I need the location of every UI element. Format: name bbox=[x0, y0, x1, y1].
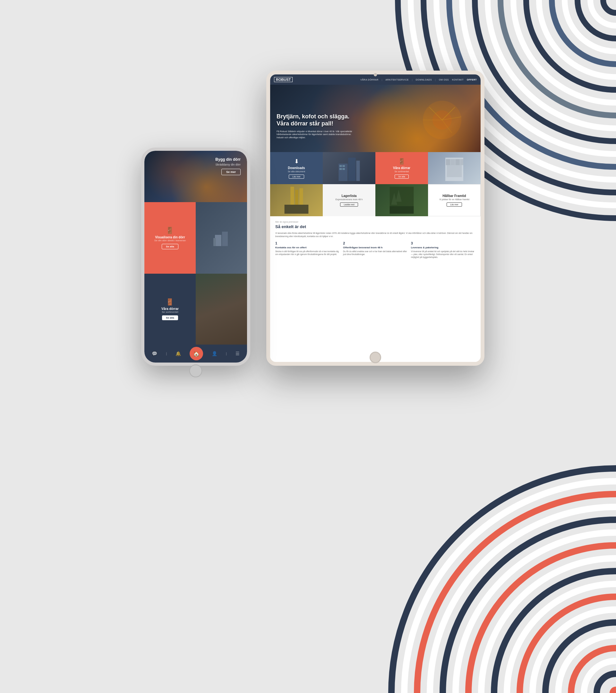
tablet-hero: Brytjärn, kofot och slägga. Våra dörrar … bbox=[270, 85, 481, 152]
tablet-step-3-number: 3 bbox=[411, 241, 475, 245]
phone-nav-bell-icon[interactable]: 🔔 bbox=[176, 351, 181, 356]
tablet-yellow-pipes-svg bbox=[284, 187, 309, 214]
phone-card-interior bbox=[196, 274, 247, 344]
tablet-card-glass-building bbox=[323, 152, 375, 184]
phone-doors-icon: 🚪 bbox=[166, 298, 174, 306]
svg-rect-50 bbox=[339, 168, 342, 170]
tablet-hero-h1-line2: Våra dörrar står pall! bbox=[277, 120, 357, 127]
phone-card-doors-content: 🚪 Våra dörrar Se sortimentet Se alla bbox=[161, 298, 179, 320]
tablet-card-forest bbox=[375, 184, 428, 216]
tablet-step-3-text: Vi levererar till på avtalat tid och spe… bbox=[411, 250, 475, 259]
svg-rect-49 bbox=[342, 165, 344, 167]
phone-nav-menu-icon[interactable]: ☰ bbox=[236, 351, 240, 356]
phone-physical-home-button[interactable] bbox=[189, 364, 202, 377]
tablet-logo[interactable]: ROBUST bbox=[274, 77, 293, 82]
phone-interior-overlay bbox=[196, 274, 247, 344]
tablet-nav-downloads[interactable]: DOWNLOADS bbox=[416, 79, 432, 81]
phone-device: Bygg din dörr Skräddarsy din dörr Se mer… bbox=[141, 147, 250, 366]
devices-container: Bygg din dörr Skräddarsy din dörr Se mer… bbox=[132, 58, 484, 635]
content-wrapper: Bygg din dörr Skräddarsy din dörr Se mer… bbox=[0, 0, 616, 693]
svg-rect-54 bbox=[446, 159, 450, 165]
phone-nav-home-button[interactable]: 🏠 bbox=[190, 347, 203, 360]
tablet-card-yellow-pipes bbox=[270, 184, 323, 216]
svg-rect-51 bbox=[342, 168, 344, 170]
phone-card-doors-subtitle: Se sortimentet bbox=[162, 311, 178, 314]
phone-building-svg bbox=[212, 229, 231, 248]
tablet-lower-section: Mer än egna premisser Så enkelt är det V… bbox=[270, 216, 481, 362]
tablet-step-2-title: Offertfrågan besvarad inom 48 h bbox=[343, 246, 408, 249]
tablet-forest-svg bbox=[389, 187, 415, 214]
phone-card-doors[interactable]: 🚪 Våra dörrar Se sortimentet Se alla bbox=[144, 274, 196, 344]
tablet-step-3-title: Leverans & paketering bbox=[411, 246, 475, 249]
phone-hero-content: Bygg din dörr Skräddarsy din dörr Se mer bbox=[215, 157, 241, 175]
tablet-screen: ROBUST VÅRA DÖRRAR | ARKITEKTSERVICE | D… bbox=[270, 75, 481, 362]
tablet-home-button[interactable] bbox=[370, 352, 381, 363]
tablet-nav-arkitekt[interactable]: ARKITEKTSERVICE bbox=[386, 79, 409, 81]
phone-card-visualize-content: 🚪 Visualisera din dörr Se din dörr direk… bbox=[154, 226, 186, 249]
tablet-nav-sep-2: | bbox=[412, 79, 413, 81]
svg-rect-55 bbox=[451, 159, 455, 165]
phone-bottom-nav[interactable]: 💬 | 🔔 🏠 👤 | ☰ bbox=[144, 344, 247, 362]
tablet-step-2-text: Du fõr du alltid snabba svar och vi tar … bbox=[343, 250, 408, 256]
tablet-card-hallbar[interactable]: Hållbar Framtid Vi jobbar för en hållbar… bbox=[428, 184, 481, 216]
svg-rect-46 bbox=[348, 158, 356, 181]
tablet-white-building-svg bbox=[441, 155, 467, 182]
phone-cards-grid: 🚪 Visualisera din dörr Se din dörr direk… bbox=[144, 202, 247, 344]
tablet-step-2-number: 2 bbox=[343, 241, 408, 245]
tablet-steps: 1 Kontakta oss för en offert Skicka in d… bbox=[275, 241, 475, 259]
tablet-step-1: 1 Kontakta oss för en offert Skicka in d… bbox=[275, 241, 340, 259]
phone-card-visualize-title: Visualisera din dörr bbox=[155, 236, 185, 239]
tablet-nav-doors[interactable]: VÅRA DÖRRAR bbox=[360, 79, 378, 81]
tablet-nav-kontakt[interactable]: KONTAKT bbox=[452, 79, 463, 81]
tablet-lower-header: Mer än egna premisser bbox=[275, 221, 475, 223]
tablet-step-1-title: Kontakta oss för en offert bbox=[275, 246, 340, 249]
tablet-doors-icon: 🚪 bbox=[398, 158, 405, 165]
phone-nav-separator-2: | bbox=[226, 352, 227, 355]
phone-card-visualize-button[interactable]: Se alla bbox=[162, 244, 178, 249]
phone-card-visualize[interactable]: 🚪 Visualisera din dörr Se din dörr direk… bbox=[144, 202, 196, 274]
svg-rect-36 bbox=[222, 232, 228, 246]
svg-rect-56 bbox=[456, 159, 460, 165]
phone-nav-separator-1: | bbox=[166, 352, 167, 355]
phone-door-icon: 🚪 bbox=[166, 226, 174, 234]
tablet-hero-text: Brytjärn, kofot och slägga. Våra dörrar … bbox=[277, 113, 357, 139]
tablet-doors-button[interactable]: Se alla bbox=[395, 175, 409, 179]
tablet-nav-om[interactable]: OM OSS bbox=[439, 79, 449, 81]
tablet-doors-title: Våra dörrar bbox=[393, 166, 410, 170]
tablet-lagerlista-button[interactable]: Ladda ned bbox=[340, 202, 358, 206]
tablet-card-vara-dorrar[interactable]: 🚪 Våra dörrar Se sortimentet Se alla bbox=[375, 152, 428, 184]
svg-rect-57 bbox=[460, 159, 463, 165]
svg-rect-48 bbox=[339, 165, 342, 167]
tablet-downloads-subtitle: Se alla dokument bbox=[288, 170, 305, 173]
tablet-camera bbox=[374, 73, 377, 76]
tablet-card-white-building bbox=[428, 152, 481, 184]
tablet-card-downloads[interactable]: ⬇ Downloads Se alla dokument Läs mer bbox=[270, 152, 323, 184]
tablet-hero-h1-line1: Brytjärn, kofot och slägga. bbox=[277, 113, 357, 120]
tablet-content-grid: ⬇ Downloads Se alla dokument Läs mer bbox=[270, 152, 481, 216]
tablet-downloads-button[interactable]: Läs mer bbox=[289, 175, 304, 179]
phone-hero-button[interactable]: Se mer bbox=[221, 169, 241, 175]
tablet-downloads-title: Downloads bbox=[288, 166, 305, 170]
phone-hero-title: Bygg din dörr bbox=[215, 157, 241, 162]
tablet-hallbar-title: Hållbar Framtid bbox=[442, 194, 466, 198]
tablet-hallbar-button[interactable]: Läs mer bbox=[446, 202, 462, 206]
phone-hero: Bygg din dörr Skräddarsy din dörr Se mer bbox=[144, 151, 247, 202]
tablet-card-lagerlista[interactable]: Lagerlista Expressleverans inom 48 h Lad… bbox=[323, 184, 375, 216]
phone-card-doors-title: Våra dörrar bbox=[161, 307, 179, 311]
tablet-nav-sep-1: | bbox=[382, 79, 382, 81]
tablet-nav-offert[interactable]: OFFERT bbox=[467, 79, 477, 81]
phone-hero-subtitle: Skräddarsy din dörr bbox=[215, 163, 241, 166]
tablet-step-1-text: Skicka in ditt förfrågan till oss på off… bbox=[275, 250, 340, 256]
phone-card-building bbox=[196, 202, 247, 274]
tablet-lower-description: Vi lanserade våra första säkerhetsdörrar… bbox=[275, 232, 475, 238]
tablet-hallbar-subtitle: Vi jobbar för en hållbar framtid bbox=[439, 198, 470, 200]
svg-rect-67 bbox=[390, 206, 414, 214]
phone-card-doors-button[interactable]: Se alla bbox=[162, 315, 178, 320]
svg-rect-61 bbox=[284, 205, 309, 214]
tablet-hero-description: På Robust Ståldeör erbjuder vi tillverka… bbox=[277, 130, 357, 139]
phone-nav-chat-icon[interactable]: 💬 bbox=[152, 351, 157, 356]
tablet-lagerlista-subtitle: Expressleverans inom 48 h bbox=[336, 198, 362, 200]
phone-nav-user-icon[interactable]: 👤 bbox=[212, 351, 217, 356]
tablet-lagerlista-title: Lagerlista bbox=[341, 194, 356, 198]
tablet-lower-title: Så enkelt är det bbox=[275, 224, 475, 229]
